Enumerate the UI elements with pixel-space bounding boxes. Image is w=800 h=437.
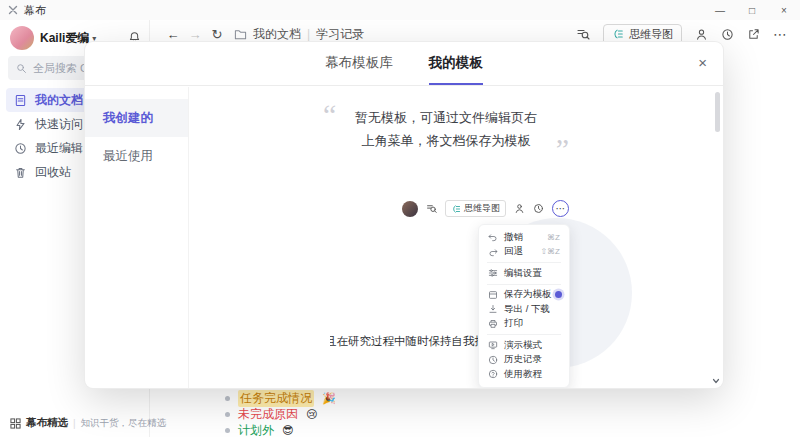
user-name: Kaili爱编 xyxy=(40,30,89,47)
sidebar-item-label: 最近编辑 xyxy=(35,140,83,157)
user-menu[interactable]: Kaili爱编 ▾ xyxy=(10,26,96,50)
search-icon xyxy=(16,63,27,74)
lightning-icon xyxy=(14,118,27,131)
mindmap-label: 思维导图 xyxy=(629,27,673,42)
trash-icon xyxy=(14,166,27,179)
illustration-toolbar: 思维导图 ⋯ xyxy=(402,200,569,217)
share-icon[interactable] xyxy=(747,28,760,41)
side-item-recently-used[interactable]: 最近使用 xyxy=(85,137,188,175)
menu-item-tutorial: 使用教程 xyxy=(479,367,569,382)
more-icon[interactable]: ⋯ xyxy=(773,26,788,42)
bullet-icon[interactable] xyxy=(225,396,230,401)
scrollbar-thumb[interactable] xyxy=(715,92,720,132)
bullet-text[interactable]: 未完成原因 xyxy=(238,406,298,423)
scroll-down-icon[interactable] xyxy=(711,376,721,386)
menu-shortcut: ⌘Z xyxy=(547,233,560,242)
bullet-emoji: 🎉 xyxy=(322,392,336,405)
bullet-emoji: 😢 xyxy=(306,408,317,421)
history-icon[interactable] xyxy=(721,28,734,41)
menu-divider xyxy=(487,262,561,263)
mindmap-icon xyxy=(612,28,624,40)
menu-label: 回退 xyxy=(504,245,523,258)
history-icon xyxy=(488,355,499,365)
menu-item-edit-settings: 编辑设置 xyxy=(479,266,569,281)
sidebar-item-label: 我的文档 xyxy=(35,92,83,109)
undo-icon xyxy=(488,232,499,242)
collaborate-icon[interactable] xyxy=(695,28,708,41)
side-item-created-by-me[interactable]: 我创建的 xyxy=(85,99,188,137)
empty-state: “ 暂无模板，可通过文件编辑页右 上角菜单，将文档保存为模板 ” xyxy=(189,106,703,152)
modal-close-icon[interactable]: × xyxy=(698,54,707,71)
document-icon xyxy=(14,94,27,107)
list-item[interactable]: 计划外 😎 xyxy=(225,422,336,437)
modal-side-panel: 我创建的 最近使用 xyxy=(85,87,189,388)
nav-buttons: ← → ↻ xyxy=(164,27,226,42)
breadcrumb-folder[interactable]: 我的文档 xyxy=(253,26,301,43)
templates-modal: 幕布模板库 我的模板 × 我创建的 最近使用 “ 暂无模板，可通过文件编辑页右 … xyxy=(85,42,723,388)
mindmap-icon xyxy=(451,204,461,214)
menu-item-print: 打印 xyxy=(479,317,569,332)
breadcrumb: 我的文档 | 学习记录 xyxy=(234,26,364,43)
footer-divider: | xyxy=(73,418,76,429)
sidebar-item-label: 快速访问 xyxy=(35,116,83,133)
clock-icon xyxy=(14,142,27,155)
menu-label: 历史记录 xyxy=(504,353,542,366)
bullet-emoji: 😎 xyxy=(282,424,293,437)
empty-line-2: 上角菜单，将文档保存为模板 xyxy=(355,129,537,152)
sidebar-item-label: 回收站 xyxy=(35,164,71,181)
maximize-button[interactable]: □ xyxy=(736,0,768,20)
titlebar: 幕布 — □ × xyxy=(0,0,800,20)
more-icon-highlighted: ⋯ xyxy=(552,200,569,217)
list-item[interactable]: 任务完成情况 🎉 xyxy=(225,390,336,406)
menu-divider xyxy=(487,284,561,285)
close-button[interactable]: × xyxy=(768,0,800,20)
editor-more-menu: 撤销 ⌘Z 回退 ⇧⌘Z 编辑设置 xyxy=(478,224,570,388)
minimize-button[interactable]: — xyxy=(704,0,736,20)
sidebar-footer[interactable]: 幕布精选 | 知识干货，尽在精选 xyxy=(10,416,166,430)
menu-label: 保存为模板 xyxy=(504,288,552,301)
bullet-icon[interactable] xyxy=(225,428,230,433)
window-controls: — □ × xyxy=(704,0,800,20)
menu-label: 演示模式 xyxy=(504,339,542,352)
menu-label: 导出 / 下载 xyxy=(504,303,550,316)
sliders-icon xyxy=(488,268,499,278)
menu-label: 打印 xyxy=(504,317,523,330)
menu-item-presentation-mode: 演示模式 xyxy=(479,338,569,353)
folder-icon xyxy=(234,28,247,41)
menu-item-export-download: 导出 / 下载 xyxy=(479,302,569,317)
refresh-button[interactable]: ↻ xyxy=(208,27,226,42)
grid-icon xyxy=(10,418,21,429)
back-button[interactable]: ← xyxy=(164,27,182,42)
tab-my-templates[interactable]: 我的模板 xyxy=(429,42,483,85)
footer-tagline: 知识干货，尽在精选 xyxy=(81,417,167,430)
breadcrumb-current: 学习记录 xyxy=(316,26,364,43)
app-logo-icon xyxy=(8,5,18,15)
outline-search-icon[interactable] xyxy=(576,27,590,41)
list-item[interactable]: 未完成原因 😢 xyxy=(225,406,336,422)
user-avatar[interactable] xyxy=(10,26,34,50)
mindmap-label: 思维导图 xyxy=(464,202,500,215)
play-icon xyxy=(488,340,499,350)
modal-tabs: 幕布模板库 我的模板 xyxy=(85,42,723,86)
breadcrumb-divider: | xyxy=(307,27,310,41)
window-title: 幕布 xyxy=(24,3,46,18)
footer-brand: 幕布精选 xyxy=(26,416,68,430)
redo-icon xyxy=(488,247,499,257)
mindmap-toggle-button: 思维导图 xyxy=(445,200,506,217)
bullet-icon[interactable] xyxy=(225,412,230,417)
menu-label: 撤销 xyxy=(504,231,523,244)
illustration-background-text: 且在研究过程中随时保持自我批 xyxy=(330,334,486,349)
menu-shortcut: ⇧⌘Z xyxy=(540,247,560,256)
empty-line-1: 暂无模板，可通过文件编辑页右 xyxy=(355,106,537,129)
quote-open: “ xyxy=(323,100,336,130)
guide-illustration: 且在研究过程中随时保持自我批 思维导图 ⋯ xyxy=(330,194,711,388)
bullet-text[interactable]: 任务完成情况 xyxy=(238,390,314,407)
avatar xyxy=(402,201,418,217)
template-icon xyxy=(488,290,499,300)
menu-item-save-as-template: 保存为模板 xyxy=(479,288,569,303)
print-icon xyxy=(488,319,499,329)
download-icon xyxy=(488,304,499,314)
tab-template-library[interactable]: 幕布模板库 xyxy=(325,42,393,85)
forward-button[interactable]: → xyxy=(186,27,204,42)
bullet-text[interactable]: 计划外 xyxy=(238,422,274,437)
